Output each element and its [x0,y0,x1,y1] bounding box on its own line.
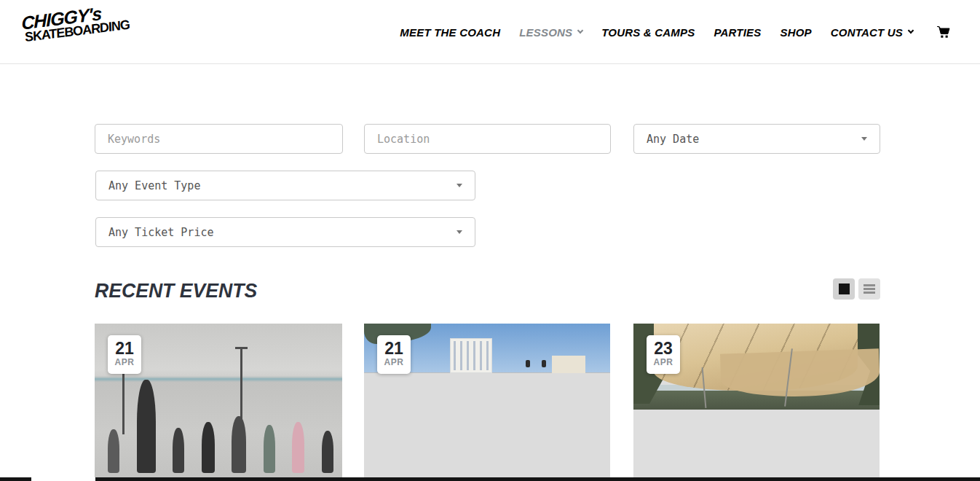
event-month: APR [647,357,680,367]
nav-item-meet-the-coach[interactable]: MEET THE COACH [400,26,500,39]
nav-item-contact-us[interactable]: CONTACT US [831,26,913,39]
event-day: 21 [377,340,411,357]
caret-down-icon [861,137,867,141]
main-nav: MEET THE COACH LESSONS TOURS & CAMPS PAR… [400,0,951,64]
figure [292,422,304,473]
footer-edge-bar [0,477,980,481]
ticket-price-select[interactable]: Any Ticket Price [95,217,475,247]
caret-down-icon [457,184,462,187]
event-card[interactable]: 23 APR [633,324,880,477]
figure [526,360,530,367]
site-header: CHIGGY's SKATEBOARDING MEET THE COACH LE… [0,0,980,64]
date-select-value: Any Date [647,133,699,146]
event-month: APR [108,357,141,367]
date-badge: 23 APR [647,335,680,374]
chevron-down-icon [908,28,914,34]
event-type-select[interactable]: Any Event Type [95,171,475,200]
cart-button[interactable] [936,26,951,39]
figure [173,428,184,473]
date-select[interactable]: Any Date [633,124,880,154]
event-card[interactable]: 21 APR [364,324,610,477]
list-view-icon [864,284,875,294]
nav-item-parties[interactable]: PARTIES [714,26,761,39]
recent-events-title: RECENT EVENTS [95,279,257,302]
event-day: 23 [647,340,680,357]
page: CHIGGY's SKATEBOARDING MEET THE COACH LE… [0,0,980,481]
event-day: 21 [108,340,141,357]
site-logo[interactable]: CHIGGY's SKATEBOARDING [20,3,125,44]
nav-label: SHOP [780,26,811,39]
figure [264,425,275,473]
nav-item-shop[interactable]: SHOP [780,26,811,39]
building [450,338,492,373]
date-badge: 21 APR [108,335,141,374]
date-badge: 21 APR [377,335,411,374]
grid-view-icon [839,283,850,294]
event-type-select-value: Any Event Type [108,179,200,192]
figure [322,431,333,473]
location-input[interactable] [364,124,611,154]
nav-label: LESSONS [519,26,572,39]
view-toggles [833,278,880,300]
shopping-cart-icon [936,26,951,39]
figure [202,422,215,473]
caret-down-icon [457,230,462,234]
figure [137,380,156,473]
event-month: APR [377,357,411,367]
figure [542,360,546,367]
list-view-button[interactable] [858,278,880,300]
nav-label: MEET THE COACH [400,26,500,39]
keywords-input[interactable] [95,124,343,154]
ticket-price-select-value: Any Ticket Price [108,226,214,239]
nav-item-tours-and-camps[interactable]: TOURS & CAMPS [601,26,695,39]
building [552,356,585,373]
chevron-down-icon [577,28,583,34]
nav-label: CONTACT US [831,26,903,39]
figure [232,416,246,473]
nav-label: TOURS & CAMPS [601,26,695,39]
figure [108,429,119,473]
event-card[interactable]: 21 APR [95,324,342,477]
footer-edge-gap [31,477,95,481]
nav-item-lessons[interactable]: LESSONS [519,26,582,39]
nav-label: PARTIES [714,26,761,39]
photo-figures [108,378,333,473]
grid-view-button[interactable] [833,278,855,300]
